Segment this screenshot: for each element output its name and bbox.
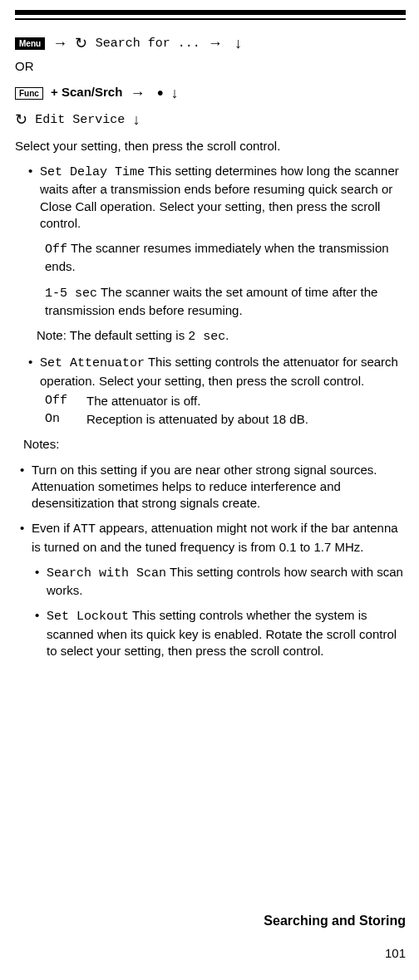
attenuator-off-option: Off The attenuator is off. xyxy=(45,393,406,409)
edit-service-label: Edit Service xyxy=(35,113,125,127)
nav-line-3: ↻ Edit Service ↓ xyxy=(15,110,406,130)
item-set-lockout: • Set Lockout This setting controls whet… xyxy=(35,607,406,659)
arrow-right-icon: → xyxy=(131,85,145,101)
refresh-icon: ↻ xyxy=(75,36,87,51)
note-1: • Turn on this setting if you are near o… xyxy=(20,462,406,512)
page-number: 101 xyxy=(385,945,406,962)
nav-line-2: Func + Scan/Srch → • ↓ xyxy=(15,82,406,105)
item-label: Set Lockout xyxy=(47,610,129,624)
item-label: Set Attenuator xyxy=(40,356,145,370)
delay-note: Note: The default setting is 2 sec. xyxy=(37,327,406,345)
arrow-down-icon: ↓ xyxy=(170,85,178,101)
item-label: Set Delay Time xyxy=(40,165,145,179)
note-2: • Even if ATT appears, attenuation might… xyxy=(20,520,406,556)
item-set-delay-time: • Set Delay Time This setting determines… xyxy=(28,163,406,232)
top-rule-thick xyxy=(15,10,406,15)
or-separator: OR xyxy=(15,58,406,75)
arrow-down-icon: ↓ xyxy=(132,111,140,128)
dot-icon: • xyxy=(153,84,164,102)
item-search-with-scan: • Search with Scan This setting controls… xyxy=(35,564,406,600)
menu-button[interactable]: Menu xyxy=(15,37,45,50)
option-text: Reception is attenuated by about 18 dB. xyxy=(86,411,406,428)
scan-srch-label: Scan/Srch xyxy=(62,85,122,99)
option-text: The attenuator is off. xyxy=(86,393,406,409)
bullet-icon: • xyxy=(35,564,47,600)
arrow-down-icon: ↓ xyxy=(230,35,242,51)
arrow-right-icon: → xyxy=(208,35,223,51)
bullet-icon: • xyxy=(20,462,32,512)
bullet-icon: • xyxy=(35,607,47,659)
refresh-icon: ↻ xyxy=(15,112,27,127)
top-rule-thin xyxy=(15,18,406,20)
delay-sec-option: 1-5 sec The scanner waits the set amount… xyxy=(45,284,406,320)
bullet-icon: • xyxy=(28,163,40,232)
bullet-icon: • xyxy=(28,354,40,390)
note-text: Even if ATT appears, attenuation might n… xyxy=(32,520,406,556)
bullet-icon: • xyxy=(20,520,32,556)
attenuator-on-option: On Reception is attenuated by about 18 d… xyxy=(45,411,406,428)
func-button[interactable]: Func xyxy=(15,87,43,100)
arrow-right-icon: → xyxy=(52,35,67,51)
notes-header: Notes: xyxy=(23,436,406,453)
nav-search-label: Search for ... xyxy=(96,37,200,51)
delay-off-option: Off The scanner resumes immediately when… xyxy=(45,240,406,276)
option-text: The scanner resumes immediately when the… xyxy=(45,241,389,273)
item-label: Search with Scan xyxy=(47,566,166,581)
item-set-attenuator: • Set Attenuator This setting controls t… xyxy=(28,354,406,390)
nav-line-1: Menu → ↻ Search for ... → ↓ xyxy=(15,33,406,53)
option-label: Off xyxy=(45,243,67,257)
option-label: Off xyxy=(45,393,86,409)
note-text: Turn on this setting if you are near oth… xyxy=(32,462,406,512)
option-label: On xyxy=(45,411,86,428)
option-label: 1-5 sec xyxy=(45,287,97,301)
intro-text: Select your setting, then press the scro… xyxy=(15,138,406,154)
section-title: Searching and Storing xyxy=(264,912,406,930)
plus-label: + Scan/Srch xyxy=(51,85,122,99)
